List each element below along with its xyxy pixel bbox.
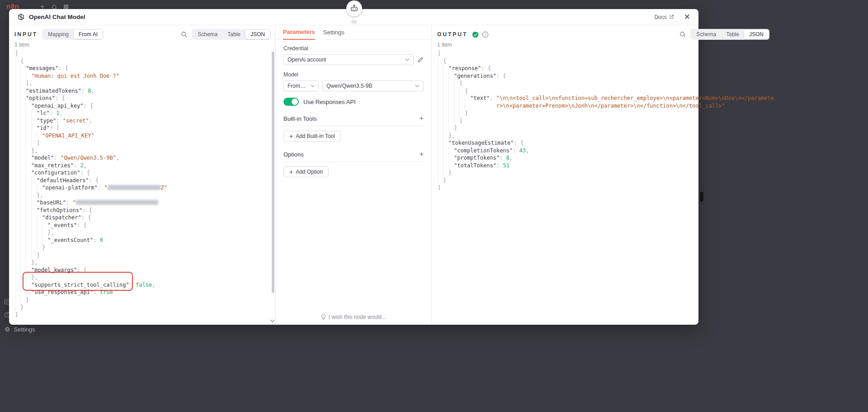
params-body: Credential OpenAi account Model From lis… — [276, 40, 431, 325]
json-line: ], — [15, 80, 275, 87]
output-label: OUTPUT — [437, 31, 467, 38]
model-source-value: From list — [288, 83, 307, 89]
view-schema-button[interactable]: Schema — [691, 30, 721, 39]
chevron-down-icon — [311, 85, 315, 87]
docs-link[interactable]: Docs — [654, 14, 674, 20]
scroll-down-icon[interactable] — [270, 317, 275, 324]
json-line: "openai_api_key": { — [15, 102, 275, 110]
json-line: "promptTokens": 8, — [438, 154, 774, 162]
credential-value: OpenAi account — [288, 57, 326, 63]
options-label: Options — [283, 151, 304, 158]
json-line: "model_kwargs": { — [15, 266, 275, 274]
output-json-tree: [{"response": {"generations": [[{"text":… — [438, 50, 774, 192]
output-panel: OUTPUT Schema — [432, 25, 774, 325]
success-check-icon — [472, 31, 479, 38]
external-link-icon — [669, 14, 674, 19]
robot-icon — [350, 4, 359, 13]
add-option-button[interactable]: + Add Option — [283, 166, 329, 177]
input-scrollbar[interactable] — [272, 52, 274, 293]
add-option-label: Add Option — [296, 169, 323, 175]
json-line: "lc": 1, — [15, 109, 275, 117]
modal-body: INPUT Mapping From AI Schema Table JSON — [9, 25, 698, 325]
json-line: } — [15, 303, 275, 311]
mode-mapping-button[interactable]: Mapping — [43, 30, 74, 39]
plus-icon: + — [289, 133, 293, 140]
settings-label: Settings — [14, 326, 35, 333]
json-line: ] — [438, 184, 774, 192]
chevron-down-icon — [405, 58, 410, 61]
json-line: } — [438, 169, 774, 177]
model-label: Model — [283, 71, 424, 78]
json-line: "estimatedTokens": 8, — [15, 87, 275, 95]
json-line: "model": "Qwen/Qwen3.5-9B", — [15, 154, 275, 162]
json-line: "baseURL": " — [15, 199, 275, 207]
add-option-plus-icon[interactable]: + — [420, 151, 424, 158]
json-line: } — [15, 251, 275, 259]
node-title: OpenAI Chat Model — [29, 14, 85, 20]
json-line: "use_responses_api": true — [15, 289, 275, 296]
json-line: "Human: qui est Jonh Doe ?" — [15, 72, 275, 80]
output-view-toggle: Schema Table JSON — [690, 29, 769, 40]
json-line: "openai-platform": "Z" — [15, 184, 275, 192]
add-builtin-plus-icon[interactable]: + — [420, 115, 424, 122]
settings-gear-icon: ⚙ — [5, 326, 10, 333]
view-json-button[interactable]: JSON — [744, 30, 769, 39]
use-responses-api-toggle[interactable] — [283, 98, 299, 106]
assistant-button[interactable] — [346, 0, 362, 16]
json-line: "options": { — [15, 95, 275, 102]
edit-pencil-icon[interactable] — [417, 57, 424, 63]
lightbulb-icon — [321, 314, 326, 320]
json-line: "id": [ — [15, 124, 275, 132]
json-line: "dispatcher": { — [15, 214, 275, 222]
tab-settings[interactable]: Settings — [323, 29, 344, 39]
json-line: ] — [438, 124, 774, 132]
node-wish-hint[interactable]: I wish this node would... — [276, 314, 431, 320]
info-icon[interactable] — [482, 31, 489, 38]
json-line: "max_retries": 2, — [15, 162, 275, 170]
search-icon[interactable] — [181, 31, 187, 38]
use-responses-api-label: Use Responses API — [303, 99, 356, 105]
json-line: "_eventsCount": 0 — [15, 237, 275, 244]
input-panel-header: INPUT Mapping From AI Schema Table JSON — [9, 25, 275, 41]
json-line: "text": "\n\n<tool_call>\n<function=sub_… — [438, 95, 774, 102]
tab-parameters[interactable]: Parameters — [283, 28, 315, 40]
panel-drag-handle[interactable] — [352, 20, 356, 24]
json-line: }, — [15, 274, 275, 281]
json-line: "tokenUsageEstimate": { — [438, 139, 774, 147]
view-table-button[interactable]: Table — [222, 30, 245, 39]
json-line: ] — [15, 311, 275, 319]
json-line: }, — [15, 192, 275, 199]
json-line: { — [15, 57, 275, 65]
credential-select[interactable]: OpenAi account — [283, 54, 414, 65]
model-source-select[interactable]: From list — [283, 81, 319, 91]
input-scrollbar-thumb[interactable] — [272, 52, 274, 293]
json-line: { — [438, 87, 774, 95]
json-line: "fetchOptions": { — [15, 207, 275, 214]
view-json-button[interactable]: JSON — [245, 30, 270, 39]
json-line: "completionTokens": 43, — [438, 147, 774, 155]
output-json-view: [{"response": {"generations": [[{"text":… — [432, 49, 774, 325]
plus-icon: + — [289, 168, 293, 175]
json-line: "_events": { — [15, 222, 275, 229]
json-line: } — [438, 109, 774, 117]
options-section: Options + + Add Option — [283, 151, 424, 177]
parameters-panel: Parameters Settings Credential OpenAi ac… — [276, 25, 432, 325]
input-view-toggle: Schema Table JSON — [192, 29, 271, 40]
add-builtin-tool-button[interactable]: + Add Built-in Tool — [283, 131, 341, 142]
json-line: [ — [15, 50, 275, 57]
sidebar-item-settings: ⚙ Settings — [5, 326, 35, 333]
view-table-button[interactable]: Table — [721, 30, 744, 39]
node-wish-hint-label: I wish this node would... — [329, 314, 386, 320]
openai-logo-icon — [17, 13, 25, 21]
json-line: ] — [438, 117, 774, 125]
json-line: "defaultHeaders": { — [15, 177, 275, 185]
view-schema-button[interactable]: Schema — [193, 30, 222, 39]
json-line: "OPENAI_API_KEY" — [15, 132, 275, 140]
credential-label: Credential — [283, 45, 424, 52]
close-icon[interactable]: ✕ — [684, 13, 690, 21]
input-json-view: [{"messages": ["Human: qui est Jonh Doe … — [9, 49, 275, 325]
mode-from-ai-button[interactable]: From AI — [74, 30, 103, 39]
model-select[interactable]: Qwen/Qwen3.5-9B — [322, 81, 424, 91]
json-line: "messages": [ — [15, 65, 275, 72]
search-icon[interactable] — [679, 31, 686, 38]
